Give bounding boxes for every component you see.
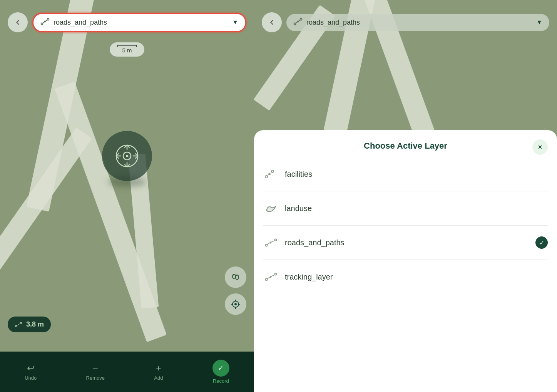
- landuse-name: landuse: [285, 204, 548, 213]
- svg-point-23: [15, 325, 17, 327]
- layer-name-left: roads_and_paths: [54, 18, 228, 27]
- layer-item-landuse[interactable]: landuse: [263, 191, 548, 226]
- crosshair-shadow: [108, 177, 146, 187]
- record-label: Record: [213, 378, 229, 384]
- facilities-icon: [263, 166, 279, 182]
- bottom-toolbar-left: ↩ Undo − Remove + Add ✓ Record: [0, 352, 254, 392]
- roads-name: roads_and_paths: [285, 238, 529, 247]
- chevron-down-icon-left: ▼: [232, 19, 238, 26]
- sheet-header: Choose Active Layer ×: [254, 130, 557, 157]
- gps-icon: [230, 299, 241, 310]
- svg-line-25: [17, 323, 20, 325]
- svg-point-31: [271, 170, 274, 173]
- scale-indicator: 5 m: [110, 42, 144, 57]
- svg-point-16: [238, 275, 239, 276]
- back-button-left[interactable]: [8, 12, 28, 32]
- svg-point-36: [270, 242, 271, 243]
- svg-point-3: [45, 21, 46, 22]
- layer-icon-left: [40, 18, 50, 27]
- chevron-down-icon-right: ▼: [536, 19, 542, 26]
- layer-item-tracking[interactable]: tracking_layer: [263, 260, 548, 294]
- remove-label: Remove: [86, 375, 105, 381]
- gps-locate-button[interactable]: [225, 293, 246, 315]
- top-bar-left: roads_and_paths ▼: [8, 12, 246, 32]
- svg-point-15: [236, 275, 237, 276]
- crosshair-circle: [102, 131, 152, 181]
- record-icon: ✓: [212, 360, 229, 377]
- tracking-icon: [263, 269, 279, 285]
- svg-point-18: [234, 303, 237, 305]
- footprint-button[interactable]: [225, 266, 246, 288]
- add-icon: +: [156, 363, 161, 374]
- undo-icon: ↩: [27, 363, 35, 374]
- sheet-title: Choose Active Layer: [364, 141, 447, 151]
- distance-icon: [15, 321, 22, 328]
- remove-icon: −: [93, 363, 98, 374]
- distance-value: 3.8 m: [26, 320, 44, 328]
- crosshair-icon: [114, 142, 141, 169]
- top-bar-right: roads_and_paths ▼: [262, 12, 549, 32]
- scale-bar: [117, 45, 137, 46]
- svg-point-13: [233, 275, 234, 276]
- add-label: Add: [154, 375, 163, 381]
- layer-item-facilities[interactable]: facilities: [263, 157, 548, 191]
- layer-list: facilities landuse: [254, 157, 557, 294]
- svg-point-29: [298, 21, 299, 22]
- crosshair-target: [102, 131, 152, 181]
- undo-button[interactable]: ↩ Undo: [25, 363, 37, 381]
- tracking-name: tracking_layer: [285, 273, 548, 281]
- footprint-icon: [230, 272, 241, 283]
- layer-selector-left[interactable]: roads_and_paths ▼: [32, 13, 246, 32]
- svg-point-24: [20, 322, 22, 324]
- landuse-icon: [263, 201, 279, 216]
- record-button[interactable]: ✓ Record: [212, 360, 229, 384]
- svg-point-10: [126, 155, 128, 157]
- back-button-right[interactable]: [262, 12, 282, 32]
- facilities-name: facilities: [285, 170, 548, 179]
- add-button[interactable]: + Add: [154, 363, 163, 381]
- svg-point-14: [234, 274, 236, 275]
- undo-label: Undo: [25, 375, 37, 381]
- layer-name-right: roads_and_paths: [306, 18, 532, 27]
- right-panel: roads_and_paths ▼ Choose Active Layer ×: [254, 0, 557, 392]
- layer-icon-right: [293, 18, 303, 27]
- remove-button[interactable]: − Remove: [86, 363, 105, 381]
- scale-label: 5 m: [122, 47, 132, 54]
- right-map-buttons: [225, 266, 246, 315]
- layer-selector-right[interactable]: roads_and_paths ▼: [286, 14, 549, 31]
- bottom-sheet: Choose Active Layer × facilities: [254, 130, 557, 392]
- svg-point-39: [270, 276, 271, 278]
- close-button[interactable]: ×: [532, 139, 548, 155]
- svg-point-30: [265, 176, 268, 178]
- distance-badge: 3.8 m: [8, 317, 51, 332]
- check-icon: ✓: [535, 236, 548, 249]
- roads-icon: [263, 235, 279, 250]
- layer-item-roads[interactable]: roads_and_paths ✓: [263, 226, 548, 260]
- left-panel: roads_and_paths ▼ 5 m: [0, 0, 254, 392]
